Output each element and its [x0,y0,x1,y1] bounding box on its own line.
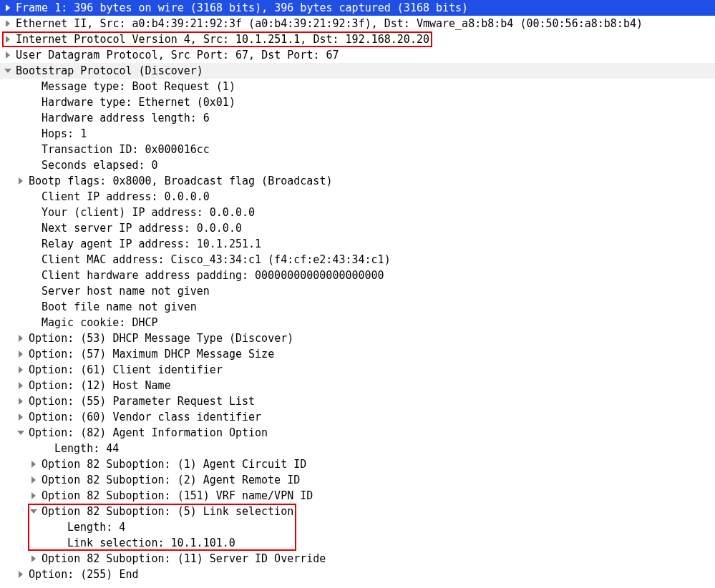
tree-row-label: Next server IP address: 0.0.0.0 [39,220,242,236]
tree-row-label: Option 82 Suboption: (2) Agent Remote ID [39,472,300,488]
tree-row-label: Client MAC address: Cisco_43:34:c1 (f4:c… [39,252,391,268]
tree-row-label: User Datagram Protocol, Src Port: 67, Ds… [13,47,339,63]
tree-row-label: Hardware type: Ethernet (0x01) [39,94,235,110]
tree-row-label: Boot file name not given [39,299,197,315]
tree-row[interactable]: Length: 44 [0,441,715,456]
tree-row[interactable]: Message type: Boot Request (1) [0,79,715,94]
expand-icon[interactable] [16,335,26,342]
tree-row-label: Option: (53) DHCP Message Type (Discover… [26,330,293,346]
expand-icon[interactable] [16,398,26,405]
tree-row-label: Client hardware address padding: 0000000… [39,268,384,283]
tree-row[interactable]: Option: (61) Client identifier [0,362,715,378]
tree-row-label: Option: (255) End [26,567,139,582]
tree-row-label: Length: 4 [64,519,125,535]
expand-icon[interactable] [29,476,39,484]
expand-icon[interactable] [3,4,13,11]
expand-icon[interactable] [16,351,26,358]
expand-icon[interactable] [16,382,26,389]
tree-row[interactable]: Relay agent IP address: 10.1.251.1 [0,236,715,252]
tree-row-label: Ethernet II, Src: a0:b4:39:21:92:3f (a0:… [13,16,643,31]
expand-icon[interactable] [3,52,13,59]
expand-icon[interactable] [16,413,26,421]
tree-row-label: Option: (57) Maximum DHCP Message Size [26,346,274,362]
tree-row-label: Hardware address length: 6 [39,110,210,126]
tree-row[interactable]: Option: (53) DHCP Message Type (Discover… [0,330,715,346]
tree-row[interactable]: Option: (60) Vendor class identifier [0,409,715,425]
tree-row[interactable]: Option: (57) Maximum DHCP Message Size [0,346,715,362]
tree-row[interactable]: Option: (255) End [0,567,715,582]
tree-row-label: Option: (55) Parameter Request List [26,393,255,409]
tree-row-label: Bootp flags: 0x8000, Broadcast flag (Bro… [26,173,332,189]
tree-row[interactable]: Length: 4 [0,519,715,535]
tree-row[interactable]: Bootstrap Protocol (Discover) [0,63,715,79]
expand-icon[interactable] [29,461,39,468]
tree-row-label: Client IP address: 0.0.0.0 [39,189,210,205]
tree-row[interactable]: User Datagram Protocol, Src Port: 67, Ds… [0,47,715,63]
tree-row[interactable]: Boot file name not given [0,299,715,315]
tree-row-label: Server host name not given [39,283,210,299]
tree-row[interactable]: Option: (55) Parameter Request List [0,393,715,409]
expand-icon[interactable] [16,177,26,185]
tree-row[interactable]: Option 82 Suboption: (11) Server ID Over… [0,551,715,567]
tree-row[interactable]: Next server IP address: 0.0.0.0 [0,220,715,236]
tree-row[interactable]: Link selection: 10.1.101.0 [0,535,715,551]
highlight-box: Option 82 Suboption: (5) Link selectionL… [0,504,715,551]
tree-row-label: Frame 1: 396 bytes on wire (3168 bits), … [13,0,468,16]
tree-row-label: Link selection: 10.1.101.0 [64,535,235,551]
tree-row-label: Message type: Boot Request (1) [39,79,235,94]
tree-row-label: Internet Protocol Version 4, Src: 10.1.2… [13,31,429,47]
tree-row-label: Option: (60) Vendor class identifier [26,409,261,425]
collapse-icon[interactable] [16,429,26,436]
tree-row-label: Option: (82) Agent Information Option [26,425,268,441]
tree-row[interactable]: Client IP address: 0.0.0.0 [0,189,715,205]
tree-row-label: Magic cookie: DHCP [39,315,158,330]
collapse-icon[interactable] [3,67,13,74]
expand-icon[interactable] [29,492,39,499]
tree-row[interactable]: Internet Protocol Version 4, Src: 10.1.2… [0,31,715,47]
tree-row[interactable]: Hardware address length: 6 [0,110,715,126]
tree-row[interactable]: Client hardware address padding: 0000000… [0,268,715,283]
collapse-icon[interactable] [29,508,39,515]
expand-icon[interactable] [16,571,26,578]
tree-row[interactable]: Hardware type: Ethernet (0x01) [0,94,715,110]
tree-row-label: Relay agent IP address: 10.1.251.1 [39,236,261,252]
tree-row-label: Option: (12) Host Name [26,378,171,393]
expand-icon[interactable] [16,366,26,373]
expand-icon[interactable] [3,36,13,43]
tree-row[interactable]: Server host name not given [0,283,715,299]
tree-row-label: Option 82 Suboption: (1) Agent Circuit I… [39,456,306,472]
packet-details-pane[interactable]: Frame 1: 396 bytes on wire (3168 bits), … [0,0,715,582]
tree-row-label: Bootstrap Protocol (Discover) [13,63,203,79]
tree-row-label: Your (client) IP address: 0.0.0.0 [39,205,255,220]
tree-row[interactable]: Option 82 Suboption: (2) Agent Remote ID [0,472,715,488]
tree-row[interactable]: Hops: 1 [0,126,715,142]
tree-row[interactable]: Option 82 Suboption: (1) Agent Circuit I… [0,456,715,472]
tree-row-label: Transaction ID: 0x000016cc [39,142,210,157]
tree-row[interactable]: Client MAC address: Cisco_43:34:c1 (f4:c… [0,252,715,268]
tree-row-label: Option: (61) Client identifier [26,362,223,378]
tree-row[interactable]: Option 82 Suboption: (151) VRF name/VPN … [0,488,715,504]
tree-row[interactable]: Transaction ID: 0x000016cc [0,142,715,157]
tree-row[interactable]: Ethernet II, Src: a0:b4:39:21:92:3f (a0:… [0,16,715,31]
expand-icon[interactable] [3,20,13,27]
tree-row-label: Option 82 Suboption: (11) Server ID Over… [39,551,326,567]
tree-row[interactable]: Option: (12) Host Name [0,378,715,393]
tree-row[interactable]: Option: (82) Agent Information Option [0,425,715,441]
tree-row-label: Option 82 Suboption: (151) VRF name/VPN … [39,488,313,504]
tree-row-label: Length: 44 [52,441,119,456]
tree-row-label: Hops: 1 [39,126,87,142]
tree-row[interactable]: Option 82 Suboption: (5) Link selection [0,504,715,519]
expand-icon[interactable] [29,555,39,562]
tree-row-label: Option 82 Suboption: (5) Link selection [39,504,293,519]
tree-row[interactable]: Bootp flags: 0x8000, Broadcast flag (Bro… [0,173,715,189]
tree-row[interactable]: Your (client) IP address: 0.0.0.0 [0,205,715,220]
tree-row[interactable]: Magic cookie: DHCP [0,315,715,330]
tree-row[interactable]: Seconds elapsed: 0 [0,157,715,173]
tree-row-label: Seconds elapsed: 0 [39,157,158,173]
highlight-box: Internet Protocol Version 4, Src: 10.1.2… [0,31,715,47]
tree-row[interactable]: Frame 1: 396 bytes on wire (3168 bits), … [0,0,715,16]
